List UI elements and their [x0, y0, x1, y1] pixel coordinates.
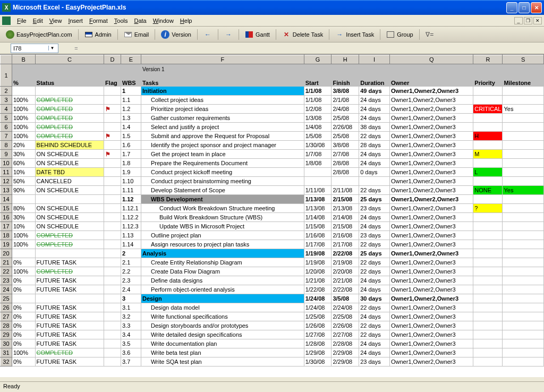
- row-header-20[interactable]: 20: [1, 249, 12, 258]
- table-row[interactable]: 930%ON SCHEDULE⚑1.7Get the project team …: [1, 150, 544, 159]
- cell-duration[interactable]: 23 days: [359, 204, 390, 213]
- cell-wbs[interactable]: 3.5: [121, 339, 141, 348]
- cell-wbs[interactable]: 1.12.3: [121, 222, 141, 231]
- cell-milestone[interactable]: [503, 150, 544, 159]
- cell-task[interactable]: Design storyboards and/or prototypes: [141, 321, 304, 330]
- cell-priority[interactable]: [473, 303, 503, 312]
- cell-priority[interactable]: [473, 267, 503, 276]
- cell-wbs[interactable]: 1.4: [121, 123, 141, 132]
- cell-duration[interactable]: 22 days: [359, 321, 390, 330]
- name-box[interactable]: I78 ▼: [11, 44, 58, 53]
- cell-finish[interactable]: 2/13/08: [332, 204, 359, 213]
- table-row[interactable]: 7100%COMPLETED⚑1.5Submit and approve the…: [1, 132, 544, 141]
- col-header-Q[interactable]: Q: [389, 55, 473, 64]
- cell-milestone[interactable]: Yes: [503, 186, 544, 195]
- row-header-2[interactable]: 2: [1, 87, 12, 96]
- cell-pct[interactable]: 100%: [12, 105, 35, 114]
- cell-owner[interactable]: Owner1,Owner2,Owner3: [389, 168, 473, 177]
- table-row[interactable]: 31100%COMPLETED3.6Write beta test plan1/…: [1, 348, 544, 357]
- cell-finish[interactable]: 2/7/08: [332, 150, 359, 159]
- cell-wbs[interactable]: 3.3: [121, 321, 141, 330]
- spreadsheet-grid[interactable]: BCDEFGHIQRS 1%StatusFlagWBSVersion 1Task…: [0, 54, 544, 377]
- cell-task[interactable]: Prepare the Requirements Document: [141, 159, 304, 168]
- email-button[interactable]: Email: [120, 29, 153, 40]
- doc-close-button[interactable]: ✕: [533, 17, 542, 24]
- col-header-R[interactable]: R: [473, 55, 503, 64]
- cell-finish[interactable]: 2/22/08: [332, 285, 359, 294]
- menu-data[interactable]: Data: [131, 16, 149, 25]
- cell-task[interactable]: Write functional specifications: [141, 312, 304, 321]
- cell-wbs[interactable]: 1.2: [121, 105, 141, 114]
- menu-file[interactable]: File: [14, 16, 30, 25]
- select-all-corner[interactable]: [1, 55, 12, 64]
- row-header-9[interactable]: 9: [1, 150, 12, 159]
- cell-milestone[interactable]: [503, 294, 544, 303]
- row-header-13[interactable]: 13: [1, 186, 12, 195]
- cell-milestone[interactable]: [503, 348, 544, 357]
- table-row[interactable]: 280%FUTURE TASK3.3Design storyboards and…: [1, 321, 544, 330]
- cell-priority[interactable]: [473, 357, 503, 367]
- cell-priority[interactable]: CRITICAL: [473, 105, 503, 114]
- table-row[interactable]: 260%FUTURE TASK3.1Design data model1/24/…: [1, 303, 544, 312]
- cell-wbs[interactable]: 2.4: [121, 285, 141, 294]
- cell-owner[interactable]: Owner1,Owner2,Owner3: [389, 357, 473, 367]
- cell-finish[interactable]: 2/28/08: [332, 339, 359, 348]
- cell-status[interactable]: ON SCHEDULE: [35, 204, 104, 213]
- cell-start[interactable]: 1/19/08: [304, 258, 332, 267]
- cell-finish[interactable]: 2/29/08: [332, 357, 359, 367]
- cell-priority[interactable]: L: [473, 168, 503, 177]
- cell-wbs[interactable]: 3.1: [121, 303, 141, 312]
- cell-milestone[interactable]: [503, 231, 544, 240]
- cell-flag[interactable]: [104, 96, 121, 105]
- cell-priority[interactable]: [473, 96, 503, 105]
- cell-priority[interactable]: M: [473, 150, 503, 159]
- cell-wbs[interactable]: 3.7: [121, 357, 141, 367]
- row-header-24[interactable]: 24: [1, 285, 12, 294]
- cell-priority[interactable]: [473, 123, 503, 132]
- cell-priority[interactable]: [473, 339, 503, 348]
- table-row[interactable]: 1710%ON SCHEDULE1.12.3Update WBS in Micr…: [1, 222, 544, 231]
- cell-flag[interactable]: [104, 321, 121, 330]
- cell-start[interactable]: 1/21/08: [304, 276, 332, 285]
- cell-duration[interactable]: 49 days: [359, 87, 390, 96]
- insert-task-button[interactable]: →Insert Task: [332, 29, 378, 40]
- row-header-27[interactable]: 27: [1, 312, 12, 321]
- table-row[interactable]: 210%FUTURE TASK2.1Create Entity Relation…: [1, 258, 544, 267]
- cell-status[interactable]: FUTURE TASK: [35, 339, 104, 348]
- cell-start[interactable]: 1/27/08: [304, 330, 332, 339]
- cell-owner[interactable]: Owner1,Owner2,Owner3: [389, 249, 473, 258]
- cell-flag[interactable]: [104, 213, 121, 222]
- cell-start[interactable]: 1/24/08: [304, 294, 332, 303]
- cell-status[interactable]: COMPLETED: [35, 96, 104, 105]
- cell-finish[interactable]: 2/26/08: [332, 123, 359, 132]
- row-header-3[interactable]: 3: [1, 96, 12, 105]
- cell-duration[interactable]: 30 days: [359, 294, 390, 303]
- cell-priority[interactable]: [473, 195, 503, 204]
- cell-pct[interactable]: [12, 195, 35, 204]
- cell-milestone[interactable]: [503, 249, 544, 258]
- cell-start[interactable]: [304, 177, 332, 186]
- cell-finish[interactable]: 2/27/08: [332, 330, 359, 339]
- cell-milestone[interactable]: [503, 312, 544, 321]
- cell-wbs[interactable]: 1.11: [121, 186, 141, 195]
- cell-flag[interactable]: [104, 159, 121, 168]
- cell-start[interactable]: 1/3/08: [304, 114, 332, 123]
- cell-wbs[interactable]: 1.7: [121, 150, 141, 159]
- cell-finish[interactable]: 3/8/08: [332, 141, 359, 150]
- cell-owner[interactable]: Owner1,Owner2,Owner3: [389, 87, 473, 96]
- close-button[interactable]: ✕: [531, 2, 542, 13]
- cell-pct[interactable]: 50%: [12, 177, 35, 186]
- cell-milestone[interactable]: Yes: [503, 105, 544, 114]
- app-icon[interactable]: [2, 16, 11, 25]
- prev-button[interactable]: ←: [200, 29, 216, 40]
- cell-flag[interactable]: [104, 312, 121, 321]
- cell-start[interactable]: 1/15/08: [304, 222, 332, 231]
- cell-flag[interactable]: [104, 177, 121, 186]
- cell-status[interactable]: COMPLETED: [35, 240, 104, 249]
- cell-owner[interactable]: Owner1,Owner2,Owner3: [389, 231, 473, 240]
- cell-start[interactable]: 1/13/08: [304, 195, 332, 204]
- cell-owner[interactable]: Owner1,Owner2,Owner3: [389, 222, 473, 231]
- table-row[interactable]: 1060%ON SCHEDULE1.8Prepare the Requireme…: [1, 159, 544, 168]
- doc-minimize-button[interactable]: _: [514, 17, 523, 24]
- row-header-21[interactable]: 21: [1, 258, 12, 267]
